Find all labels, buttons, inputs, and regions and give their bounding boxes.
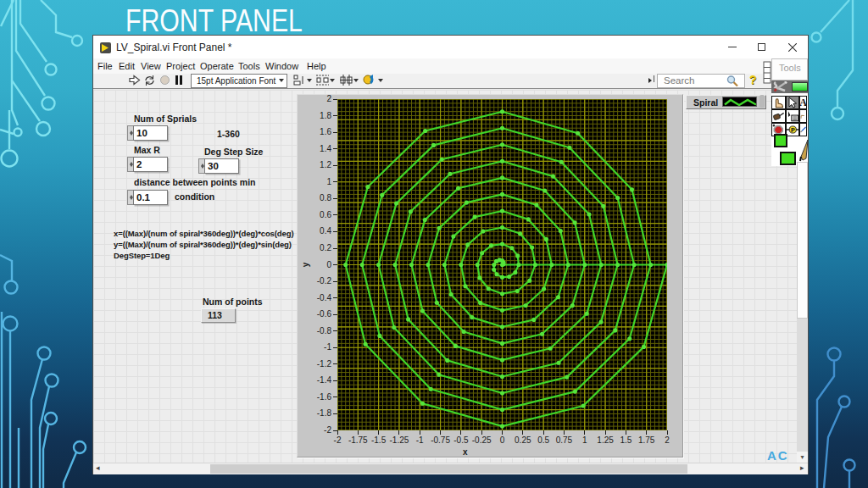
svg-text:P: P — [791, 126, 795, 134]
